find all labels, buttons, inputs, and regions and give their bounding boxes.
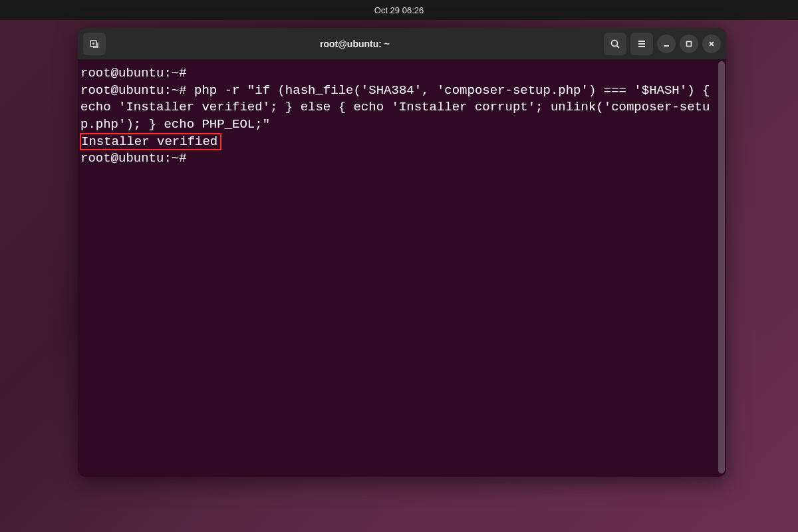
terminal-body[interactable]: root@ubuntu:~# root@ubuntu:~# php -r "if… — [78, 60, 726, 477]
titlebar: root@ubuntu: ~ — [78, 28, 726, 60]
gnome-top-bar: Oct 29 06:26 — [0, 0, 798, 20]
menu-button[interactable] — [630, 33, 653, 55]
new-tab-icon — [89, 39, 100, 49]
terminal-window: root@ubuntu: ~ — [78, 28, 726, 477]
highlighted-output: Installer verified — [80, 133, 221, 150]
minimize-button[interactable] — [657, 35, 676, 53]
top-bar-datetime[interactable]: Oct 29 06:26 — [374, 5, 424, 15]
search-button[interactable] — [604, 33, 626, 55]
scrollbar-thumb[interactable] — [718, 61, 725, 473]
hamburger-menu-icon — [636, 39, 647, 49]
minimize-icon — [662, 40, 670, 48]
new-tab-button[interactable] — [83, 33, 106, 55]
maximize-button[interactable] — [680, 35, 698, 53]
terminal-prompt: root@ubuntu:~# — [80, 151, 187, 166]
terminal-prompt: root@ubuntu:~# — [80, 83, 194, 98]
maximize-icon — [685, 40, 693, 48]
svg-line-2 — [617, 45, 620, 48]
terminal-output: Installer verified — [81, 134, 217, 149]
terminal-prompt: root@ubuntu:~# — [80, 66, 187, 80]
svg-point-1 — [612, 40, 618, 46]
svg-rect-7 — [687, 41, 692, 46]
window-title: root@ubuntu: ~ — [110, 39, 600, 49]
search-icon — [610, 39, 620, 49]
close-icon — [708, 40, 716, 48]
close-button[interactable] — [702, 35, 721, 53]
